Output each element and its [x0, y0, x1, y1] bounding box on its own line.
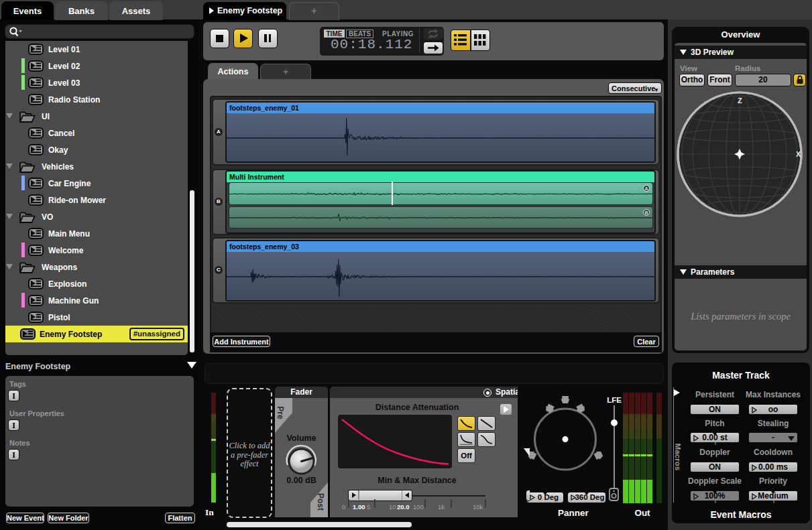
- svg-text:Z: Z: [738, 96, 742, 105]
- svg-text:X: X: [796, 150, 801, 158]
